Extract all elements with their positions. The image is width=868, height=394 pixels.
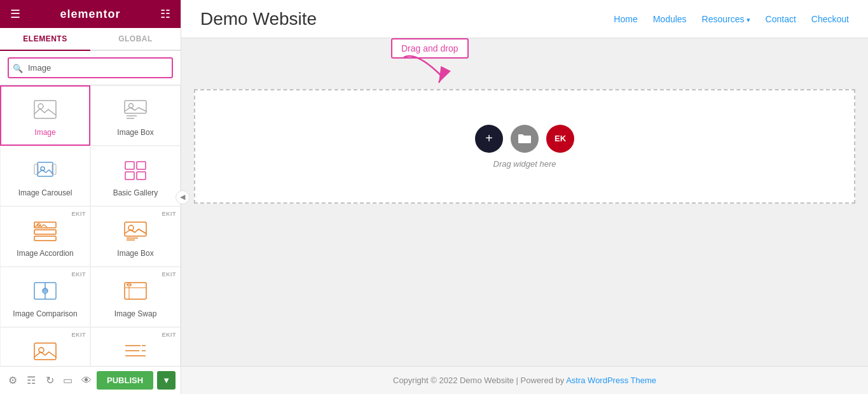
widget-image-hover-effect[interactable]: EKIT Image Hover Effect (0, 327, 90, 366)
svg-rect-11 (137, 162, 146, 169)
nav-contact[interactable]: Contact (766, 14, 796, 24)
widget-image-accordion[interactable]: EKIT Image Accordion (0, 206, 90, 267)
drop-zone: + EK Drag widget here (194, 89, 855, 204)
ekit-badge-price-menu: EKIT (162, 332, 176, 338)
nav-resources[interactable]: Resources (702, 14, 750, 24)
responsive-icon[interactable]: ▭ (60, 371, 76, 390)
sidebar: ☰ elementor ☷ ELEMENTS GLOBAL 🔍 (0, 0, 181, 394)
widget-image-carousel-label: Image Carousel (18, 188, 72, 197)
widget-price-menu[interactable]: EKIT Price Menu (90, 327, 181, 366)
image-accordion-widget-icon (32, 218, 58, 244)
settings-icon[interactable]: ⚙ (5, 371, 21, 390)
add-ek-button[interactable]: EK (546, 125, 574, 153)
main-content: Demo Website Home Modules Resources Cont… (181, 0, 868, 394)
widget-image-box-label: Image Box (117, 128, 153, 137)
history-icon[interactable]: ↻ (42, 371, 58, 390)
svg-rect-17 (34, 236, 56, 241)
sidebar-tabs: ELEMENTS GLOBAL (0, 28, 181, 51)
search-area: 🔍 (0, 51, 181, 85)
svg-rect-2 (125, 101, 146, 113)
widget-image-label: Image (34, 128, 55, 137)
publish-button[interactable]: PUBLISH (97, 371, 153, 390)
footer-link[interactable]: Astra WordPress Theme (566, 376, 656, 385)
svg-rect-12 (125, 172, 134, 179)
svg-rect-13 (137, 172, 146, 179)
tab-global[interactable]: GLOBAL (90, 28, 181, 50)
svg-point-1 (38, 104, 43, 109)
publish-dropdown-button[interactable]: ▼ (157, 371, 176, 390)
add-template-button[interactable] (511, 125, 539, 153)
widget-image-carousel[interactable]: Image Carousel (0, 146, 90, 206)
search-icon: 🔍 (13, 63, 23, 73)
svg-rect-0 (34, 101, 56, 118)
basic-gallery-widget-icon (123, 158, 148, 183)
widget-image-swap[interactable]: EKIT Image Swap (90, 267, 181, 327)
hamburger-icon[interactable]: ☰ (10, 7, 20, 21)
footer-text: Copyright © 2022 Demo Website | Powered … (393, 376, 566, 385)
sidebar-bottom-toolbar: ⚙ ☶ ↻ ▭ 👁 PUBLISH ▼ (0, 366, 181, 394)
ekit-badge-image-swap: EKIT (162, 271, 176, 278)
drop-zone-icons: + EK (475, 125, 574, 153)
preview-icon[interactable]: 👁 (78, 371, 94, 390)
image-box-ekit-widget-icon (123, 218, 148, 244)
tab-elements[interactable]: ELEMENTS (0, 28, 90, 51)
svg-point-3 (129, 103, 134, 108)
svg-rect-28 (34, 343, 56, 360)
sidebar-header: ☰ elementor ☷ (0, 0, 181, 28)
drag-drop-tooltip: Drag and drop (391, 38, 469, 59)
add-section-button[interactable]: + (475, 125, 503, 153)
image-swap-widget-icon (123, 279, 148, 304)
widget-image-comparison[interactable]: EKIT Image Comparison (0, 267, 90, 327)
widget-image-swap-label: Image Swap (114, 309, 157, 318)
svg-rect-10 (125, 162, 134, 169)
sidebar-collapse-handle[interactable]: ◀ (176, 190, 189, 204)
image-comparison-widget-icon (32, 279, 58, 304)
site-title: Demo Website (200, 9, 317, 29)
ekit-badge-image-hover: EKIT (71, 332, 86, 338)
ekit-badge-image-comparison: EKIT (71, 271, 86, 278)
nav-checkout[interactable]: Checkout (811, 14, 849, 24)
search-input[interactable] (8, 57, 173, 78)
widget-image[interactable]: Image (0, 85, 90, 146)
widget-image-box-ekit[interactable]: EKIT Image Box (90, 206, 181, 267)
widget-image-accordion-label: Image Accordion (17, 249, 73, 258)
svg-rect-16 (34, 230, 56, 234)
widget-basic-gallery[interactable]: Basic Gallery (90, 146, 181, 206)
svg-rect-6 (38, 162, 53, 176)
top-bar: Demo Website Home Modules Resources Cont… (181, 0, 868, 38)
widget-image-box[interactable]: Image Box (90, 85, 181, 146)
svg-rect-18 (125, 222, 146, 236)
widget-basic-gallery-label: Basic Gallery (113, 188, 158, 197)
image-box-widget-icon (123, 97, 148, 123)
grid-icon[interactable]: ☷ (160, 7, 170, 21)
nav-home[interactable]: Home (614, 14, 637, 24)
price-menu-widget-icon (123, 339, 148, 365)
canvas-area: Drag and drop + (181, 38, 868, 366)
widget-image-box-ekit-label: Image Box (117, 249, 153, 258)
image-widget-icon (32, 97, 58, 123)
ekit-badge-accordion: EKIT (71, 211, 86, 217)
drop-label: Drag widget here (493, 159, 556, 169)
footer: Copyright © 2022 Demo Website | Powered … (181, 366, 868, 394)
top-nav: Home Modules Resources Contact Checkout (614, 14, 849, 24)
widget-image-comparison-label: Image Comparison (13, 309, 77, 318)
ekit-badge-image-box: EKIT (162, 211, 176, 217)
nav-modules[interactable]: Modules (653, 14, 687, 24)
layers-icon[interactable]: ☶ (24, 371, 39, 390)
image-hover-effect-widget-icon (32, 339, 58, 365)
widgets-grid: Image Image Box (0, 85, 181, 366)
image-carousel-widget-icon (32, 158, 58, 183)
elementor-logo: elementor (60, 8, 120, 21)
